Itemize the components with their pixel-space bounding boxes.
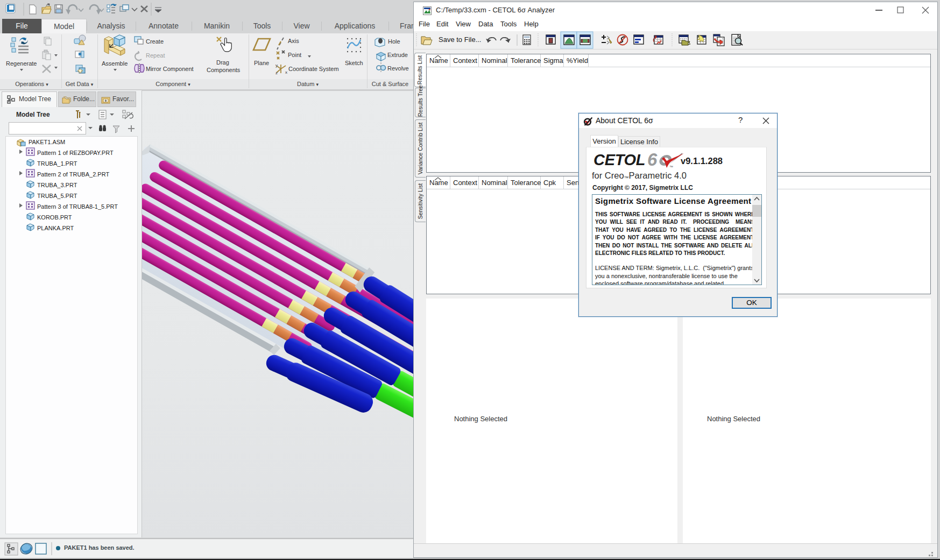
svg-text:™: ™ (669, 165, 673, 169)
svg-text:CETOL: CETOL (593, 152, 645, 168)
svg-text:y: y (275, 63, 278, 68)
svg-text:x: x (285, 70, 287, 75)
svg-text:6: 6 (647, 152, 658, 169)
svg-text:z: z (275, 70, 278, 75)
